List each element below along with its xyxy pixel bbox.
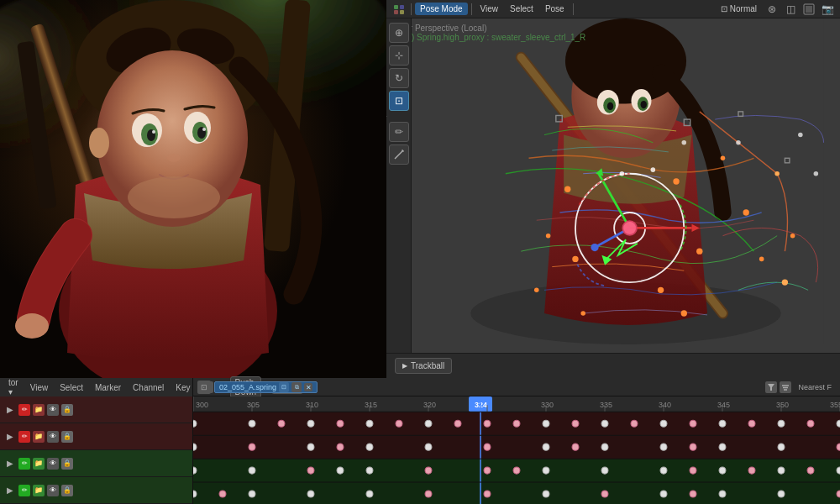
channel-row-1: ▶ ✏ 📁 👁 🔒 bbox=[0, 396, 192, 423]
ch2-lock[interactable]: 🔒 bbox=[61, 431, 73, 443]
nearest-f-label[interactable]: Nearest F bbox=[794, 381, 836, 393]
svg-text:310: 310 bbox=[306, 401, 318, 409]
svg-rect-27 bbox=[400, 10, 404, 14]
filter-icon2[interactable] bbox=[765, 381, 777, 393]
xray-icon[interactable]: ◫ bbox=[782, 2, 799, 17]
svg-point-62 bbox=[759, 257, 764, 262]
svg-point-174 bbox=[219, 491, 226, 497]
ch1-expand[interactable]: ▶ bbox=[4, 404, 16, 416]
render-icon[interactable] bbox=[801, 2, 817, 17]
svg-text:355: 355 bbox=[830, 401, 840, 409]
scene-content bbox=[412, 18, 840, 344]
ch3-pencil[interactable]: ✏ bbox=[18, 458, 30, 470]
svg-point-127 bbox=[454, 420, 461, 427]
svg-point-173 bbox=[193, 491, 197, 497]
viewport-info: User Perspective (Local) (324) Spring.hi… bbox=[395, 24, 585, 42]
trackball-button[interactable]: ▶ Trackball bbox=[395, 358, 452, 374]
viewport-menu-icon[interactable] bbox=[391, 2, 407, 17]
ch2-pencil[interactable]: ✏ bbox=[18, 431, 30, 443]
ch1-folder[interactable]: 📁 bbox=[33, 404, 45, 416]
marker-menu-tl[interactable]: Marker bbox=[91, 381, 125, 394]
svg-point-157 bbox=[249, 467, 255, 474]
svg-point-19 bbox=[202, 128, 206, 131]
svg-point-119 bbox=[193, 420, 197, 427]
svg-point-163 bbox=[513, 467, 520, 474]
nla-close-btn[interactable]: ✕ bbox=[304, 383, 312, 391]
rotate-tool[interactable]: ↻ bbox=[389, 68, 409, 88]
svg-point-160 bbox=[366, 467, 373, 474]
svg-point-63 bbox=[774, 171, 780, 176]
svg-text:300: 300 bbox=[196, 401, 208, 409]
svg-point-142 bbox=[249, 444, 255, 450]
svg-text:330: 330 bbox=[541, 401, 554, 409]
svg-point-179 bbox=[484, 491, 491, 497]
camera-icon[interactable]: 📷 bbox=[819, 2, 836, 17]
svg-point-137 bbox=[748, 420, 755, 427]
ch4-expand[interactable]: ▶ bbox=[4, 485, 16, 496]
svg-point-146 bbox=[425, 444, 432, 450]
ch4-eye[interactable]: 👁 bbox=[47, 485, 59, 496]
svg-point-166 bbox=[660, 467, 667, 474]
nla-strip[interactable]: 02_055_A.spring ⊡ ⧉ ✕ bbox=[214, 381, 318, 393]
annotate-tool[interactable]: ✏ bbox=[389, 122, 409, 142]
ch2-eye[interactable]: 👁 bbox=[47, 431, 59, 443]
ch1-pencil[interactable]: ✏ bbox=[18, 404, 30, 416]
svg-point-144 bbox=[337, 444, 344, 450]
svg-point-23 bbox=[15, 313, 49, 339]
ch3-folder[interactable]: 📁 bbox=[33, 458, 45, 470]
measure-tool[interactable] bbox=[389, 144, 409, 165]
svg-point-60 bbox=[721, 156, 726, 161]
overlay-icon[interactable]: ⊛ bbox=[764, 2, 780, 17]
move-tool[interactable]: ⊹ bbox=[389, 45, 409, 66]
svg-point-164 bbox=[543, 467, 549, 474]
ch3-eye[interactable]: 👁 bbox=[47, 458, 59, 470]
ch4-pencil[interactable]: ✏ bbox=[18, 485, 30, 496]
ch4-lock[interactable]: 🔒 bbox=[61, 485, 73, 496]
svg-point-59 bbox=[546, 234, 551, 239]
shading-normal[interactable]: ⊡ Normal bbox=[716, 3, 762, 15]
channel-menu-tl[interactable]: Channel bbox=[129, 381, 168, 394]
key-menu-tl[interactable]: Key bbox=[171, 381, 194, 394]
editor-type[interactable]: tor ▾ bbox=[4, 376, 23, 398]
ch2-expand[interactable]: ▶ bbox=[4, 431, 16, 443]
pose-menu[interactable]: Pose bbox=[540, 3, 570, 15]
view-menu-tl[interactable]: View bbox=[26, 381, 53, 394]
svg-point-158 bbox=[307, 467, 314, 474]
svg-point-61 bbox=[743, 209, 748, 215]
pose-mode-selector[interactable]: Pose Mode bbox=[415, 3, 468, 15]
viewport-area: Pose Mode View Select Pose ⊡ Normal ⊛ ◫ … bbox=[0, 0, 840, 378]
viewport-right[interactable]: Pose Mode View Select Pose ⊡ Normal ⊛ ◫ … bbox=[386, 0, 840, 378]
cursor-tool[interactable]: ⊕ bbox=[389, 23, 409, 43]
svg-point-143 bbox=[307, 444, 314, 450]
trackball-label: Trackball bbox=[411, 361, 444, 370]
svg-point-73 bbox=[798, 133, 803, 138]
svg-point-120 bbox=[249, 420, 255, 427]
select-menu-tl[interactable]: Select bbox=[55, 381, 87, 394]
svg-point-168 bbox=[719, 467, 726, 474]
ch2-folder[interactable]: 📁 bbox=[33, 431, 45, 443]
view-menu[interactable]: View bbox=[475, 3, 504, 15]
svg-point-21 bbox=[128, 176, 220, 218]
svg-point-72 bbox=[736, 140, 741, 145]
viewport-left[interactable] bbox=[0, 0, 386, 378]
select-menu[interactable]: Select bbox=[505, 3, 538, 15]
svg-point-156 bbox=[193, 467, 197, 474]
svg-point-134 bbox=[660, 420, 667, 427]
ch1-lock[interactable]: 🔒 bbox=[61, 404, 73, 416]
keyframe-area[interactable]: 300 305 310 315 320 324 bbox=[193, 396, 840, 504]
svg-point-161 bbox=[425, 467, 432, 474]
svg-point-155 bbox=[837, 444, 840, 450]
channel-row-4: ▶ ✏ 📁 👁 🔒 bbox=[0, 477, 192, 504]
ch1-eye[interactable]: 👁 bbox=[47, 404, 59, 416]
svg-point-66 bbox=[534, 288, 539, 293]
ch3-lock[interactable]: 🔒 bbox=[61, 458, 73, 470]
copy-icon[interactable]: ⧉ bbox=[291, 382, 302, 392]
channel-list: ▶ ✏ 📁 👁 🔒 ▶ ✏ 📁 👁 🔒 ▶ ✏ bbox=[0, 396, 193, 504]
svg-point-162 bbox=[484, 467, 491, 474]
sort-icon[interactable] bbox=[780, 381, 791, 393]
mode-icon[interactable]: ⊡ bbox=[197, 381, 211, 394]
ch3-expand[interactable]: ▶ bbox=[4, 458, 16, 470]
ch4-folder[interactable]: 📁 bbox=[33, 485, 45, 496]
svg-marker-80 bbox=[768, 384, 774, 391]
transform-tool[interactable]: ⊡ bbox=[389, 91, 409, 111]
